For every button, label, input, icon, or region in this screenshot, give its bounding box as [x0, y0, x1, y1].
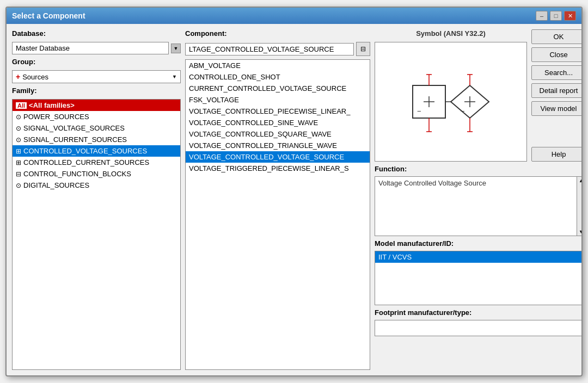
footprint-section: Footprint manufacturer/type: [375, 308, 581, 336]
database-dropdown-row: Master Database ▼ [12, 42, 181, 54]
family-item-digital[interactable]: ⊙ DIGITAL_SOURCES [13, 180, 180, 191]
title-bar: Select a Component – □ ✕ [7, 8, 581, 24]
family-item-control-function[interactable]: ⊟ CONTROL_FUNCTION_BLOCKS [13, 168, 180, 180]
footprint-label: Footprint manufacturer/type: [375, 308, 581, 317]
component-header: LTAGE_CONTROLLED_VOLTAGE_SOURCE ⊟ [185, 42, 370, 56]
family-item-power[interactable]: ⊙ POWER_SOURCES [13, 111, 180, 122]
signal-voltage-icon: ⊙ [16, 125, 21, 132]
scroll-down-icon[interactable]: ▼ [578, 228, 581, 236]
digital-icon: ⊙ [16, 182, 21, 189]
search-button[interactable]: Search... [531, 65, 581, 80]
control-function-icon: ⊟ [16, 170, 21, 178]
family-control-function-label: CONTROL_FUNCTION_BLOCKS [23, 170, 131, 178]
group-plus-icon: + [16, 72, 20, 81]
function-section: Function: Voltage Controlled Voltage Sou… [375, 165, 581, 236]
svg-text:−: − [461, 107, 465, 115]
function-label: Function: [375, 165, 581, 173]
function-scrollbar[interactable]: ▲ ▼ [577, 177, 581, 236]
signal-current-icon: ⊙ [16, 136, 21, 144]
title-bar-buttons: – □ ✕ [536, 11, 576, 21]
component-item-oneshot[interactable]: CONTROLLED_ONE_SHOT [186, 71, 370, 83]
component-item-vcvs[interactable]: VOLTAGE_CONTROLLED_VOLTAGE_SOURCE [186, 151, 370, 163]
detail-report-button[interactable]: Detail report [531, 83, 581, 98]
footprint-box [375, 320, 581, 336]
symbol-section: Symbol (ANSI Y32.2) − [375, 29, 581, 162]
component-item-vctriangle[interactable]: VOLTAGE_CONTROLLED_TRIANGLE_WAVE [186, 140, 370, 151]
family-power-label: POWER_SOURCES [23, 113, 89, 121]
family-signal-current-label: SIGNAL_CURRENT_SOURCES [23, 135, 127, 144]
component-item-fsk[interactable]: FSK_VOLTAGE [186, 94, 370, 106]
component-list: ABM_VOLTAGE CONTROLLED_ONE_SHOT CURRENT_… [185, 59, 370, 370]
component-item-vcpwl[interactable]: VOLTAGE_CONTROLLED_PIECEWISE_LINEAR_ [186, 106, 370, 117]
symbol-title: Symbol (ANSI Y32.2) [375, 29, 527, 38]
family-controlled-current-label: CONTROLLED_CURRENT_SOURCES [23, 158, 149, 166]
function-value: Voltage Controlled Voltage Source [378, 179, 581, 187]
close-dialog-button[interactable]: Close [531, 47, 581, 62]
database-label: Database: [12, 29, 181, 38]
component-item-vcsquare[interactable]: VOLTAGE_CONTROLLED_SQUARE_WAVE [186, 128, 370, 140]
family-all-label: <All families> [29, 101, 75, 109]
model-label: Model manufacturer/ID: [375, 239, 581, 248]
family-item-signal-current[interactable]: ⊙ SIGNAL_CURRENT_SOURCES [13, 134, 180, 145]
component-label: Component: [185, 29, 370, 38]
family-item-controlled-current[interactable]: ⊞ CONTROLLED_CURRENT_SOURCES [13, 157, 180, 168]
model-item[interactable]: IIT / VCVS [375, 251, 581, 263]
group-arrow-icon: ▼ [172, 74, 177, 79]
controlled-current-icon: ⊞ [16, 159, 21, 166]
group-label: Group: [12, 58, 181, 66]
scroll-up-icon[interactable]: ▲ [578, 177, 581, 184]
close-button[interactable]: ✕ [564, 11, 576, 21]
model-section: Model manufacturer/ID: IIT / VCVS [375, 239, 581, 305]
model-list: IIT / VCVS [375, 251, 581, 305]
family-all-icon: All [16, 102, 27, 109]
family-controlled-voltage-label: CONTROLLED_VOLTAGE_SOURCES [23, 147, 147, 155]
component-item-vcsine[interactable]: VOLTAGE_CONTROLLED_SINE_WAVE [186, 117, 370, 128]
right-panel: Symbol (ANSI Y32.2) − [375, 29, 581, 370]
left-panel: Database: Master Database ▼ Group: + Sou… [12, 29, 181, 370]
symbol-svg: − − [380, 47, 522, 156]
database-dropdown[interactable]: Master Database [12, 42, 169, 54]
dialog-body: Database: Master Database ▼ Group: + Sou… [7, 24, 581, 375]
middle-panel: Component: LTAGE_CONTROLLED_VOLTAGE_SOUR… [185, 29, 370, 370]
group-dropdown[interactable]: + Sources ▼ [12, 70, 181, 83]
component-input[interactable]: LTAGE_CONTROLLED_VOLTAGE_SOURCE [185, 43, 354, 55]
select-component-dialog: Select a Component – □ ✕ Database: Maste… [5, 7, 583, 376]
component-item-vtpwl[interactable]: VOLTAGE_TRIGGERED_PIECEWISE_LINEAR_S [186, 163, 370, 174]
family-label: Family: [12, 87, 181, 95]
component-item-abm[interactable]: ABM_VOLTAGE [186, 60, 370, 71]
symbol-box: − − [375, 42, 527, 162]
filter-button[interactable]: ⊟ [356, 42, 370, 56]
family-list: All <All families> ⊙ POWER_SOURCES ⊙ SIG… [12, 99, 181, 370]
group-value: Sources [22, 73, 48, 81]
family-item-all[interactable]: All <All families> [13, 100, 180, 111]
family-signal-voltage-label: SIGNAL_VOLTAGE_SOURCES [23, 124, 125, 132]
function-box: Voltage Controlled Voltage Source ▲ ▼ [375, 176, 581, 236]
ok-button[interactable]: OK [531, 29, 581, 44]
family-digital-label: DIGITAL_SOURCES [23, 181, 89, 189]
controlled-voltage-icon: ⊞ [16, 147, 21, 155]
view-model-button[interactable]: View model [531, 101, 581, 116]
svg-text:−: − [417, 107, 421, 115]
database-value: Master Database [16, 44, 70, 52]
database-dropdown-arrow[interactable]: ▼ [171, 44, 181, 53]
component-item-ccvs[interactable]: CURRENT_CONTROLLED_VOLTAGE_SOURCE [186, 83, 370, 94]
dialog-title: Select a Component [12, 11, 85, 20]
family-item-controlled-voltage[interactable]: ⊞ CONTROLLED_VOLTAGE_SOURCES [13, 145, 180, 157]
help-button[interactable]: Help [531, 147, 581, 162]
action-buttons: OK Close Search... Detail report View mo… [531, 29, 581, 162]
power-icon: ⊙ [16, 113, 21, 121]
family-item-signal-voltage[interactable]: ⊙ SIGNAL_VOLTAGE_SOURCES [13, 122, 180, 134]
maximize-button[interactable]: □ [550, 11, 562, 21]
minimize-button[interactable]: – [536, 11, 548, 21]
